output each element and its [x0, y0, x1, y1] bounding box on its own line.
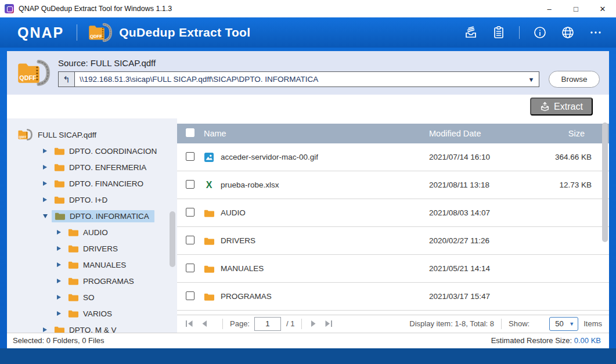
expand-arrow-icon[interactable]: [43, 197, 47, 202]
folder-icon: [68, 293, 78, 301]
expand-arrow-icon[interactable]: [43, 181, 47, 186]
select-all-checkbox[interactable]: [186, 128, 194, 137]
tree-item-programas[interactable]: PROGRAMAS: [7, 273, 177, 289]
table-row[interactable]: acceder-servidor-mac-00.gif2021/07/14 16…: [177, 143, 609, 171]
last-page-button[interactable]: [324, 320, 333, 328]
source-label: Source: FULL SICAP.qdff: [58, 58, 600, 68]
extract-button[interactable]: Extract: [530, 98, 593, 116]
modified-date: 2021/08/11 13:18: [429, 181, 542, 189]
app-title: QuDedup Extract Tool: [119, 26, 250, 39]
more-icon[interactable]: [588, 25, 603, 40]
header-divider: [77, 24, 77, 41]
file-name: AUDIO: [221, 208, 246, 217]
collapse-arrow-icon[interactable]: [43, 214, 48, 218]
table-row[interactable]: MANUALES2021/05/21 14:14: [177, 255, 609, 283]
tree-item-label: DPTO. M & V: [69, 326, 117, 333]
row-checkbox[interactable]: [186, 291, 194, 300]
column-header-size[interactable]: Size: [542, 129, 609, 138]
info-icon[interactable]: [532, 25, 547, 40]
show-label: Show:: [509, 319, 529, 328]
tree-item-dpto-m-v[interactable]: DPTO. M & V: [7, 322, 177, 333]
pagination-divider: [222, 319, 223, 329]
expand-arrow-icon[interactable]: [57, 311, 61, 316]
table-row[interactable]: PROGRAMAS2021/03/17 15:47: [177, 283, 609, 311]
expand-arrow-icon[interactable]: [57, 262, 61, 267]
open-folder-icon: [55, 212, 65, 220]
maximize-button[interactable]: □: [563, 0, 589, 17]
page-input[interactable]: [254, 317, 281, 331]
file-name: acceder-servidor-mac-00.gif: [221, 153, 318, 161]
excel-file-icon: X: [204, 180, 214, 190]
tree-item-varios[interactable]: VARIOS: [7, 305, 177, 322]
tree-item-label: VARIOS: [83, 309, 112, 318]
table-row[interactable]: AUDIO2021/08/03 14:07: [177, 199, 609, 227]
close-button[interactable]: ✕: [589, 0, 616, 17]
expand-arrow-icon[interactable]: [43, 149, 47, 153]
expand-arrow-icon[interactable]: [43, 327, 47, 332]
clipboard-icon[interactable]: [491, 25, 506, 40]
row-checkbox[interactable]: [186, 264, 194, 272]
table-row[interactable]: DRIVERS2020/02/27 11:26: [177, 227, 609, 255]
table-scrollbar[interactable]: [602, 122, 608, 242]
row-checkbox[interactable]: [186, 208, 194, 217]
row-checkbox[interactable]: [186, 152, 194, 161]
up-level-button[interactable]: ↰: [59, 72, 75, 87]
title-bar: QNAP QuDedup Extract Tool for Windows 1.…: [0, 0, 616, 17]
tree-item-dpto-coordinacion[interactable]: DPTO. COORDINACION: [7, 143, 177, 159]
path-input[interactable]: [75, 72, 524, 87]
folder-icon: [68, 309, 78, 318]
tree-item-label: DPTO. I+D: [69, 196, 107, 204]
tree-root[interactable]: FULL SICAP.qdff: [7, 127, 177, 143]
file-size: 12.73 KB: [542, 181, 609, 189]
minimize-button[interactable]: –: [536, 0, 563, 17]
tree-item-dpto-i-d[interactable]: DPTO. I+D: [7, 192, 177, 208]
display-info: Display item: 1-8, Total: 8: [409, 319, 494, 328]
globe-icon[interactable]: [560, 25, 575, 40]
next-page-button[interactable]: [309, 320, 318, 328]
expand-arrow-icon[interactable]: [57, 246, 61, 251]
folder-icon: [68, 277, 78, 285]
column-header-modified-date[interactable]: Modified Date: [429, 129, 542, 138]
show-select[interactable]: 50 ▼: [549, 317, 578, 331]
qdff-app-icon: [88, 22, 112, 43]
folder-icon: [54, 196, 64, 204]
previous-page-button[interactable]: [200, 320, 210, 328]
row-checkbox[interactable]: [186, 180, 194, 189]
expand-arrow-icon[interactable]: [57, 279, 61, 283]
expand-arrow-icon[interactable]: [57, 295, 61, 300]
expand-arrow-icon[interactable]: [43, 165, 47, 170]
tree-item-so[interactable]: SO: [7, 289, 177, 305]
tree-item-label: SO: [83, 293, 95, 302]
status-bar: Selected: 0 Folders, 0 Files Estimated R…: [7, 333, 609, 348]
page-label: Page:: [230, 319, 250, 328]
tree-item-label: MANUALES: [83, 261, 126, 269]
folder-icon: [204, 236, 214, 246]
tree-item-dpto-enfermeria[interactable]: DPTO. ENFERMERIA: [7, 159, 177, 175]
table-row[interactable]: Xprueba-robe.xlsx2021/08/11 13:1812.73 K…: [177, 171, 609, 199]
table-header: Name Modified Date Size: [177, 124, 609, 143]
tree-item-label: DPTO. INFORMATICA: [70, 212, 149, 221]
folder-icon: [54, 147, 64, 155]
tree-item-label: DRIVERS: [83, 244, 118, 253]
tree-item-drivers[interactable]: DRIVERS: [7, 240, 177, 257]
tree-item-dpto-informatica[interactable]: DPTO. INFORMATICA: [7, 208, 177, 224]
expand-arrow-icon[interactable]: [57, 230, 61, 235]
path-dropdown-icon[interactable]: ▼: [524, 76, 539, 83]
tree-item-dpto-financiero[interactable]: DPTO. FINANCIERO: [7, 175, 177, 192]
tree-scrollbar[interactable]: [170, 211, 175, 267]
tree-item-audio[interactable]: AUDIO: [7, 224, 177, 240]
row-checkbox[interactable]: [186, 236, 194, 244]
folder-icon: [204, 291, 214, 302]
qnap-logo: QNAP: [17, 24, 64, 41]
tree-item-manuales[interactable]: MANUALES: [7, 257, 177, 273]
task-queue-icon[interactable]: [463, 25, 478, 40]
tree-item-label: PROGRAMAS: [83, 277, 134, 286]
browse-button[interactable]: Browse: [549, 71, 600, 88]
tree-item-label: DPTO. COORDINACION: [69, 147, 157, 156]
first-page-button[interactable]: [185, 320, 194, 328]
extract-row: Extract: [7, 95, 609, 118]
column-header-name[interactable]: Name: [204, 129, 429, 138]
modified-date: 2021/07/14 16:10: [429, 153, 542, 161]
file-name: MANUALES: [221, 264, 264, 273]
app-window: QNAP QuDedup Extract Tool for Windows 1.…: [0, 0, 616, 364]
